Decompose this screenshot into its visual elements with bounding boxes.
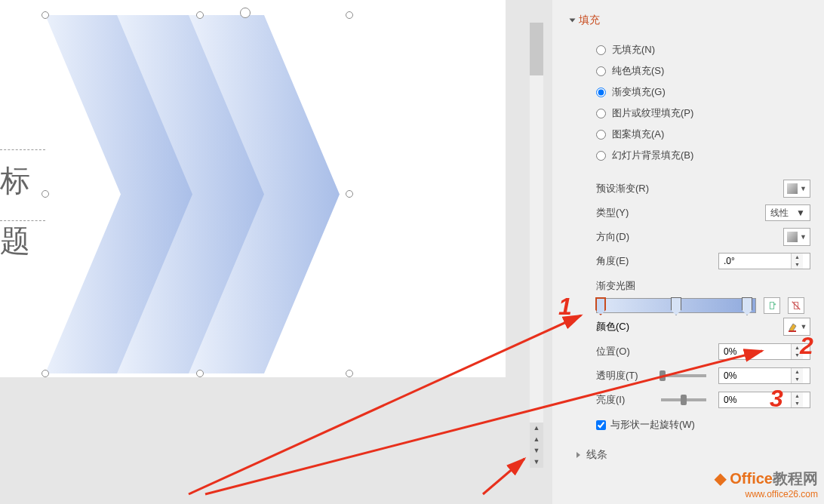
radio-solid-fill[interactable]: 纯色填充(S): [596, 60, 810, 81]
line-section-header[interactable]: 线条: [576, 448, 810, 462]
type-dropdown[interactable]: 线性▼: [765, 204, 810, 221]
direction-label: 方向(D): [596, 230, 629, 244]
angle-spinner[interactable]: ▲▼: [718, 253, 810, 269]
resize-handle[interactable]: [346, 190, 353, 198]
format-shape-panel: 填充 无填充(N) 纯色填充(S) 渐变填充(G) 图片或纹理填充(P) 图案填…: [552, 0, 824, 504]
fill-header-label: 填充: [579, 14, 600, 27]
preset-gradient-dropdown[interactable]: ▼: [783, 180, 810, 198]
scroll-thumb[interactable]: [530, 23, 543, 75]
resize-handle[interactable]: [346, 370, 353, 377]
radio-gradient-fill[interactable]: 渐变填充(G): [596, 81, 810, 103]
scroll-up-icon[interactable]: ▲: [530, 434, 543, 445]
resize-handle[interactable]: [42, 11, 49, 19]
svg-rect-0: [770, 303, 773, 309]
spin-up-icon[interactable]: ▲: [792, 254, 803, 261]
title-placeholder[interactable]: 标题: [0, 149, 45, 221]
add-stop-button[interactable]: [764, 297, 780, 314]
expand-icon: [576, 452, 580, 458]
annotation-1: 1: [558, 293, 572, 321]
radio-pattern-fill[interactable]: 图案填充(A): [596, 124, 810, 145]
resize-handle[interactable]: [346, 11, 353, 19]
angle-input[interactable]: [719, 254, 791, 269]
remove-stop-button[interactable]: [788, 297, 804, 314]
spin-down-icon[interactable]: ▼: [792, 261, 803, 269]
line-header-label: 线条: [586, 448, 607, 462]
type-row: 类型(Y) 线性▼: [596, 201, 810, 225]
color-label: 颜色(C): [596, 320, 629, 333]
position-spinner[interactable]: ▲▼: [718, 343, 810, 360]
type-label: 类型(Y): [596, 206, 629, 220]
angle-row: 角度(E) ▲▼: [596, 249, 810, 273]
scroll-split-down-icon[interactable]: ▼: [530, 456, 543, 468]
rotate-label: 与形状一起旋转(W): [610, 418, 695, 432]
rotate-checkbox[interactable]: [596, 420, 606, 430]
watermark: ◆ Office教程网 www.office26.com: [715, 469, 818, 499]
spin-down-icon[interactable]: ▼: [792, 400, 803, 407]
brightness-label: 亮度(I): [596, 393, 649, 407]
brightness-slider[interactable]: [661, 398, 706, 401]
preset-label: 预设渐变(R): [596, 182, 649, 195]
transparency-input[interactable]: [719, 368, 791, 383]
resize-handle[interactable]: [42, 370, 49, 377]
collapse-icon: [570, 19, 576, 23]
angle-label: 角度(E): [596, 254, 629, 268]
transparency-spinner[interactable]: ▲▼: [718, 367, 810, 384]
rotate-with-shape-checkbox[interactable]: 与形状一起旋转(W): [596, 418, 810, 432]
fill-type-radios: 无填充(N) 纯色填充(S) 渐变填充(G) 图片或纹理填充(P) 图案填充(A…: [596, 39, 810, 166]
fill-section-header[interactable]: 填充: [570, 14, 810, 27]
direction-row: 方向(D) ▼: [596, 225, 810, 249]
annotation-2: 2: [800, 332, 813, 360]
direction-dropdown[interactable]: ▼: [783, 228, 810, 246]
spin-up-icon[interactable]: ▲: [792, 392, 803, 400]
radio-no-fill[interactable]: 无填充(N): [596, 39, 810, 60]
preset-gradient-row: 预设渐变(R) ▼: [596, 177, 810, 201]
transparency-label: 透明度(T): [596, 369, 649, 383]
position-label: 位置(O): [596, 345, 630, 358]
gradient-stop[interactable]: [595, 297, 606, 315]
rotate-handle[interactable]: [240, 8, 251, 18]
resize-handle[interactable]: [42, 190, 49, 198]
position-input[interactable]: [719, 344, 791, 359]
transparency-slider[interactable]: [661, 374, 706, 377]
svg-rect-2: [789, 330, 796, 332]
position-row: 位置(O) ▲▼: [596, 340, 810, 364]
shape-selection[interactable]: [45, 15, 355, 377]
watermark-url: www.office26.com: [715, 489, 818, 499]
brightness-spinner[interactable]: ▲▼: [718, 392, 810, 408]
gradient-stops-slider[interactable]: [596, 298, 756, 313]
gradient-stops-label: 渐变光圈: [596, 279, 810, 293]
scroll-split-up-icon[interactable]: ▲: [530, 423, 543, 434]
slide-canvas[interactable]: 标题: [0, 0, 528, 504]
spin-up-icon[interactable]: ▲: [792, 368, 803, 376]
radio-slidebg-fill[interactable]: 幻灯片背景填充(B): [596, 145, 810, 166]
color-row: 颜色(C) ▼: [596, 314, 810, 340]
gradient-stop[interactable]: [671, 297, 681, 315]
radio-picture-fill[interactable]: 图片或纹理填充(P): [596, 103, 810, 124]
annotation-3: 3: [770, 385, 783, 413]
gradient-stop[interactable]: [742, 297, 752, 315]
resize-handle[interactable]: [196, 11, 204, 19]
spin-down-icon[interactable]: ▼: [792, 376, 803, 383]
resize-handle[interactable]: [196, 370, 204, 377]
vertical-scrollbar[interactable]: ▲ ▼ ▲ ▼: [530, 23, 543, 468]
slide: 标题: [0, 0, 506, 377]
scroll-down-icon[interactable]: ▼: [530, 445, 543, 456]
